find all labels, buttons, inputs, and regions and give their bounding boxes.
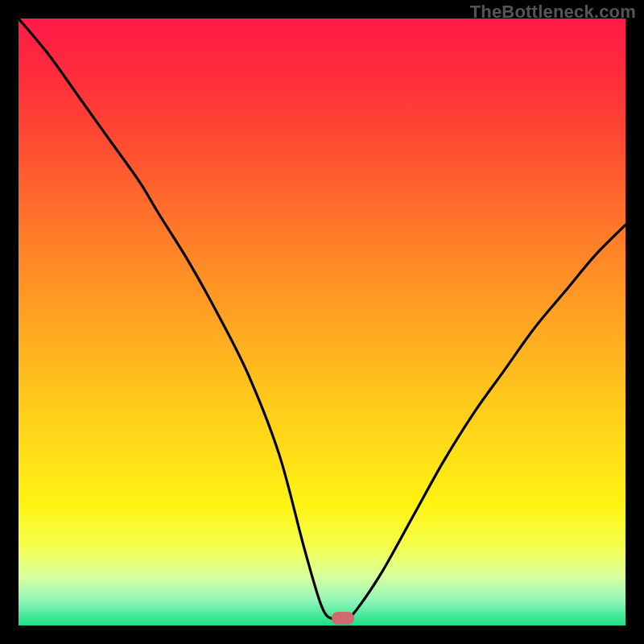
- plot-area: [19, 19, 625, 625]
- watermark-text: TheBottleneck.com: [470, 2, 636, 23]
- optimal-marker: [332, 612, 354, 625]
- curve-svg: [19, 19, 625, 625]
- chart-frame: TheBottleneck.com: [0, 0, 644, 644]
- bottleneck-curve-path: [19, 19, 625, 621]
